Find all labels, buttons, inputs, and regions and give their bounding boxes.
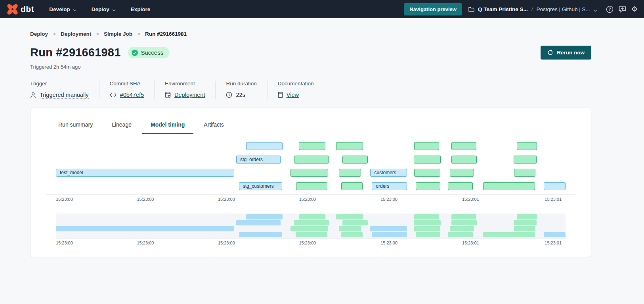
timing-bar[interactable] (246, 142, 283, 150)
timing-bar[interactable] (514, 169, 535, 177)
nav-explore-label: Explore (131, 6, 151, 12)
run-detail-card: Run summary Lineage Model timing Artifac… (30, 108, 591, 257)
nav-deploy[interactable]: Deploy (92, 6, 116, 13)
timing-bar[interactable]: customers (370, 169, 407, 177)
mini-timing-bar (239, 232, 282, 237)
documentation-view-link[interactable]: View (287, 92, 299, 98)
status-badge-label: Success (141, 49, 164, 56)
chevron-down-icon (73, 7, 76, 13)
bar-label: orders (372, 183, 389, 189)
mini-axis-line (56, 238, 566, 239)
timing-bar[interactable] (448, 182, 473, 190)
timing-bar[interactable] (483, 182, 535, 190)
timing-bar[interactable] (451, 156, 477, 164)
timing-bar[interactable] (339, 169, 361, 177)
breadcrumb-separator: > (96, 31, 99, 37)
mini-timing-bar (451, 220, 477, 225)
mini-timing-bar (290, 226, 328, 231)
main-content: Deploy > Deployment > SImple Job > Run #… (0, 18, 644, 257)
tick-label: 15:23:00 (299, 241, 316, 245)
timing-bar[interactable] (544, 182, 566, 190)
account-name: Q Team Pristine S... (478, 6, 528, 12)
mini-timing-bar (299, 214, 325, 219)
code-icon (110, 92, 117, 97)
tick-label: 15:23:00 (380, 241, 397, 245)
mini-timing-bar (414, 214, 439, 219)
timing-bar[interactable] (414, 142, 439, 150)
tick-label: 15:23:00 (218, 241, 235, 245)
nav-deploy-label: Deploy (92, 6, 109, 12)
nav-explore[interactable]: Explore (131, 6, 151, 12)
triggered-ago-text: Triggered 2h 54m ago (30, 64, 591, 70)
help-icon[interactable]: ? (606, 6, 613, 13)
breadcrumb-deploy[interactable]: Deploy (30, 31, 48, 37)
meta-commit-sha: Commit SHA #0b47ef5 (110, 81, 155, 99)
timing-bar[interactable] (514, 156, 537, 164)
bar-label: stg_customers (239, 183, 274, 189)
mini-timing-bar (341, 232, 363, 237)
account-project-separator: / (531, 6, 533, 12)
mini-timing-bar (414, 226, 440, 231)
tab-artifacts[interactable]: Artifacts (195, 117, 233, 134)
timing-bar[interactable] (342, 156, 368, 164)
timing-bar[interactable]: stg_customers (239, 182, 282, 190)
breadcrumb-deployment[interactable]: Deployment (61, 31, 91, 37)
timing-bar[interactable] (414, 169, 440, 177)
mini-timing-bar (342, 220, 368, 225)
mini-plot (56, 214, 566, 238)
tab-model-timing[interactable]: Model timing (142, 117, 193, 134)
tick-label: 15:23:00 (137, 197, 154, 202)
chevron-down-icon (112, 7, 116, 13)
timing-bar[interactable] (517, 142, 537, 150)
meta-label: Commit SHA (110, 81, 144, 87)
timing-bar[interactable]: stg_orders (236, 156, 281, 164)
run-tabs: Run summary Lineage Model timing Artifac… (46, 117, 575, 134)
tab-lineage[interactable]: Lineage (103, 117, 140, 134)
commit-sha-link[interactable]: #0b47ef5 (120, 92, 144, 98)
meta-label: Environment (165, 81, 205, 87)
breadcrumb-simple-job[interactable]: SImple Job (104, 31, 132, 37)
chevron-down-icon (594, 6, 597, 13)
gear-icon[interactable]: ⚙ (631, 6, 638, 13)
rerun-now-label: Rerun now (557, 50, 585, 56)
feedback-icon[interactable] (619, 6, 626, 13)
timing-bar[interactable] (290, 169, 328, 177)
timing-bar[interactable] (450, 169, 474, 177)
breadcrumb-separator: > (53, 31, 56, 37)
database-icon (165, 92, 171, 98)
bar-label: customers (371, 170, 396, 175)
timing-bar[interactable] (296, 182, 328, 190)
bar-label: test_model (56, 170, 83, 175)
mini-timing-bar (514, 220, 537, 225)
status-badge: Success (128, 47, 170, 58)
clock-icon (226, 92, 232, 98)
timing-ticks: 15:23:0015:23:0015:23:0015:23:0015:23:00… (56, 197, 566, 203)
mini-ticks: 15:23:0015:23:0015:23:0015:23:0015:23:00… (56, 241, 566, 246)
meta-label: Run duration (226, 81, 256, 87)
timing-bar[interactable] (299, 142, 325, 150)
document-icon (278, 92, 283, 98)
environment-link[interactable]: Deployment (174, 92, 205, 98)
account-project-selector[interactable]: Q Team Pristine S... / Postgres | Github… (468, 5, 597, 13)
main-nav: Develop Deploy Explore (49, 6, 150, 13)
timing-bar[interactable] (451, 142, 476, 150)
navigation-preview-button[interactable]: Navigation preview (404, 3, 462, 15)
dbt-logo-text: dbt (21, 4, 34, 14)
timing-bar[interactable] (414, 156, 441, 164)
timing-bar[interactable] (341, 182, 363, 190)
tick-label: 15:23:00 (380, 197, 397, 202)
timing-bar[interactable] (416, 182, 440, 190)
timing-bar[interactable] (294, 156, 329, 164)
timing-bar[interactable] (336, 142, 363, 150)
meta-value-duration: 22s (236, 92, 245, 98)
page-title: Run #291661981 (30, 46, 121, 59)
dbt-logo[interactable]: dbt (7, 4, 34, 15)
tab-run-summary[interactable]: Run summary (50, 117, 101, 134)
mini-timing-bar (336, 214, 363, 219)
timing-bar[interactable]: test_model (56, 169, 234, 177)
nav-develop[interactable]: Develop (49, 6, 76, 13)
rerun-now-button[interactable]: Rerun now (541, 46, 591, 60)
timing-bar[interactable]: orders (372, 182, 407, 190)
mini-timing-bar (450, 226, 474, 231)
tick-label: 15:23:00 (56, 197, 73, 202)
